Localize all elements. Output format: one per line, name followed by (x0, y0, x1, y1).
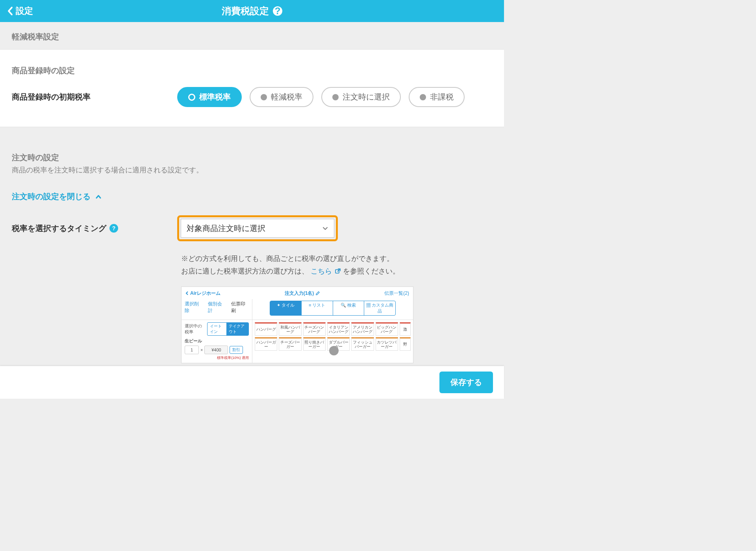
pv-title: 注文入力(1名) (285, 290, 321, 297)
pv-tile: チーズバーガー (279, 337, 301, 351)
pv-seg: イートイン テイクアウト (207, 322, 249, 336)
pv-tile: イタリアンハンバーグ (327, 322, 350, 336)
pill-select-at-order[interactable]: 注文時に選択 (321, 87, 401, 107)
note-line-2-post: を参照ください。 (343, 267, 400, 275)
order-time-desc: 商品の税率を注文時に選択する場合に適用される設定です。 (12, 165, 492, 175)
pv-tile: 和風ハンバーグ (279, 322, 301, 336)
pointer-indicator-icon (329, 346, 339, 355)
pill-nontaxable[interactable]: 非課税 (409, 87, 465, 107)
pill-label: 非課税 (430, 92, 454, 102)
timing-select[interactable]: 対象商品注文時に選択 (181, 219, 334, 238)
save-button[interactable]: 保存する (439, 372, 493, 393)
pill-reduced[interactable]: 軽減税率 (250, 87, 313, 107)
pv-item-name: 生ビール (185, 338, 249, 344)
pv-discount: 割引 (230, 346, 243, 354)
help-link[interactable]: こちら (311, 267, 343, 275)
help-link-text: こちら (311, 267, 332, 275)
pv-price: ¥400 (204, 346, 228, 354)
help-icon[interactable]: ? (109, 224, 118, 233)
collapse-toggle[interactable]: 注文時の設定を閉じる (0, 179, 504, 211)
pv-rate-label: 選択中の税率 (185, 323, 205, 335)
select-highlight: 対象商品注文時に選択 (177, 215, 338, 241)
pv-tile: ビッグハンバーグ (376, 322, 398, 336)
pv-seg-takeout: テイクアウト (226, 323, 248, 335)
pv-tile: 照り焼きバーガー (303, 337, 326, 351)
back-button[interactable]: 設定 (0, 5, 33, 17)
collapse-label: 注文時の設定を閉じる (12, 191, 91, 202)
edit-icon (315, 291, 320, 296)
radio-icon (420, 94, 426, 100)
chevron-down-icon (322, 225, 328, 231)
timing-notes: ※どの方式を利用しても、商品ごとに税率の選び直しができます。 お店に適した税率選… (169, 248, 504, 279)
pv-tile: アメリカンハンバーグ (351, 322, 374, 336)
pv-tile: 野 (400, 337, 411, 351)
pv-times: × (200, 348, 203, 352)
pv-title-text: 注文入力(1名) (285, 290, 314, 297)
radio-icon (261, 94, 267, 100)
pv-tab-custom: ▦ カスタム商品 (364, 301, 395, 315)
timing-label: 税率を選択するタイミング (12, 223, 106, 234)
select-value: 対象商品注文時に選択 (187, 223, 265, 234)
back-label: 設定 (16, 5, 33, 17)
pv-tile: 激 (400, 322, 411, 336)
chevron-up-icon (95, 194, 102, 200)
pv-qty: 1 (185, 346, 199, 354)
pv-tile: カツレツバーガー (376, 337, 398, 351)
pv-home-label: Airレジホーム (190, 290, 220, 297)
pv-applied-rate: 標準税率(10%) 適用 (185, 355, 249, 361)
pv-view-tabs: ✦ タイル ≡ リスト 🔍 検索 ▦ カスタム商品 (270, 301, 396, 316)
pill-standard[interactable]: 標準税率 (177, 87, 242, 107)
initial-tax-rate-label: 商品登録時の初期税率 (12, 92, 177, 102)
pv-tab-tile: ✦ タイル (270, 301, 302, 315)
chevron-left-icon (185, 291, 189, 295)
radio-selected-icon (188, 94, 195, 101)
pv-tile: ハンバーグ (255, 322, 277, 336)
external-link-icon (335, 268, 341, 274)
pv-tab-search: 🔍 検索 (333, 301, 365, 315)
pv-home-link: Airレジホーム (185, 290, 220, 297)
order-time-subhead: 注文時の設定 (12, 152, 492, 163)
card-subhead: 商品登録時の設定 (12, 65, 492, 76)
preview-screenshot: Airレジホーム 注文入力(1名) 伝票一覧(2) 選択削除 個別会計 伝票印刷… (181, 287, 413, 363)
pv-link-individual: 個別会計 (208, 301, 226, 314)
help-icon[interactable]: ? (273, 6, 282, 16)
chevron-left-icon (7, 6, 13, 16)
radio-icon (332, 94, 339, 100)
pill-label: 軽減税率 (271, 92, 302, 102)
card-product-registration: 商品登録時の設定 商品登録時の初期税率 標準税率 軽減税率 注文時に選択 (0, 49, 504, 127)
page-title: 消費税設定 (222, 5, 269, 17)
pill-label: 標準税率 (199, 92, 231, 102)
note-line-1: ※どの方式を利用しても、商品ごとに税率の選び直しができます。 (181, 252, 492, 265)
pv-tab-list: ≡ リスト (302, 301, 333, 315)
section-label-reduced-tax: 軽減税率設定 (0, 22, 504, 49)
pv-seg-eatin: イートイン (208, 323, 226, 335)
pill-label: 注文時に選択 (343, 92, 390, 102)
pv-slip-list: 伝票一覧(2) (384, 290, 409, 297)
note-line-2-pre: お店に適した税率選択方法の選び方は、 (181, 267, 309, 275)
pv-link-print: 伝票印刷 (231, 301, 249, 314)
topbar: 設定 消費税設定 ? (0, 0, 504, 22)
footer-bar: 保存する (0, 366, 504, 399)
pv-link-delete: 選択削除 (185, 301, 202, 314)
order-time-header: 注文時の設定 商品の税率を注文時に選択する場合に適用される設定です。 (0, 139, 504, 179)
tax-rate-pills: 標準税率 軽減税率 注文時に選択 非課税 (177, 87, 465, 107)
pv-tile: ハンバーガー (255, 337, 277, 351)
pv-tile: チーズハンバーグ (303, 322, 326, 336)
pv-tile: フィッシュバーガー (351, 337, 374, 351)
